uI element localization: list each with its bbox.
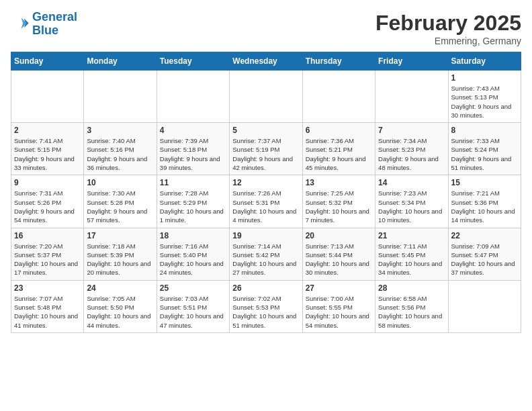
calendar-cell: 21Sunrise: 7:11 AM Sunset: 5:45 PM Dayli… [375, 228, 448, 280]
day-number: 19 [232, 231, 299, 240]
day-info: Sunrise: 7:07 AM Sunset: 5:48 PM Dayligh… [14, 294, 81, 330]
day-info: Sunrise: 7:34 AM Sunset: 5:23 PM Dayligh… [378, 136, 445, 172]
weekday-header-saturday: Saturday [448, 52, 521, 71]
day-info: Sunrise: 7:00 AM Sunset: 5:55 PM Dayligh… [306, 294, 372, 330]
day-number: 8 [451, 126, 518, 135]
weekday-header-sunday: Sunday [11, 52, 84, 71]
calendar-cell [375, 71, 448, 123]
calendar-cell: 15Sunrise: 7:21 AM Sunset: 5:36 PM Dayli… [448, 175, 521, 228]
day-info: Sunrise: 7:39 AM Sunset: 5:18 PM Dayligh… [160, 136, 226, 172]
calendar-cell: 16Sunrise: 7:20 AM Sunset: 5:37 PM Dayli… [11, 228, 84, 280]
day-info: Sunrise: 7:16 AM Sunset: 5:40 PM Dayligh… [160, 242, 226, 277]
page-header: General Blue February 2025 Emmering, Ger… [11, 11, 521, 46]
logo: General Blue [11, 11, 77, 38]
calendar-cell [84, 71, 157, 123]
calendar-cell: 11Sunrise: 7:28 AM Sunset: 5:29 PM Dayli… [157, 175, 229, 228]
day-number: 17 [87, 231, 153, 240]
logo-icon [11, 15, 30, 34]
day-number: 2 [14, 126, 81, 135]
day-number: 14 [378, 178, 445, 187]
calendar-cell: 5Sunrise: 7:37 AM Sunset: 5:19 PM Daylig… [230, 123, 302, 175]
calendar-cell: 1Sunrise: 7:43 AM Sunset: 5:13 PM Daylig… [448, 71, 521, 123]
day-number: 13 [306, 178, 372, 187]
day-number: 27 [306, 283, 372, 293]
calendar-cell: 22Sunrise: 7:09 AM Sunset: 5:47 PM Dayli… [448, 228, 521, 280]
calendar-cell [11, 71, 84, 123]
day-info: Sunrise: 6:58 AM Sunset: 5:56 PM Dayligh… [378, 294, 445, 330]
week-row-3: 9Sunrise: 7:31 AM Sunset: 5:26 PM Daylig… [11, 175, 521, 228]
day-info: Sunrise: 7:26 AM Sunset: 5:31 PM Dayligh… [232, 189, 299, 224]
calendar-cell: 28Sunrise: 6:58 AM Sunset: 5:56 PM Dayli… [375, 280, 448, 332]
calendar-cell: 13Sunrise: 7:25 AM Sunset: 5:32 PM Dayli… [302, 175, 375, 228]
calendar-cell: 9Sunrise: 7:31 AM Sunset: 5:26 PM Daylig… [11, 175, 84, 228]
day-info: Sunrise: 7:14 AM Sunset: 5:42 PM Dayligh… [232, 242, 299, 277]
day-info: Sunrise: 7:21 AM Sunset: 5:36 PM Dayligh… [451, 189, 518, 224]
day-info: Sunrise: 7:40 AM Sunset: 5:16 PM Dayligh… [87, 136, 153, 172]
week-row-1: 1Sunrise: 7:43 AM Sunset: 5:13 PM Daylig… [11, 71, 521, 123]
weekday-header-tuesday: Tuesday [157, 52, 229, 71]
day-info: Sunrise: 7:33 AM Sunset: 5:24 PM Dayligh… [451, 136, 518, 172]
day-number: 6 [306, 126, 372, 135]
day-number: 5 [232, 126, 299, 135]
day-number: 15 [451, 178, 518, 187]
calendar-cell: 27Sunrise: 7:00 AM Sunset: 5:55 PM Dayli… [302, 280, 375, 332]
day-number: 22 [451, 231, 518, 240]
day-number: 16 [14, 231, 81, 240]
week-row-2: 2Sunrise: 7:41 AM Sunset: 5:15 PM Daylig… [11, 123, 521, 175]
day-number: 12 [232, 178, 299, 187]
calendar-cell [302, 71, 375, 123]
day-info: Sunrise: 7:28 AM Sunset: 5:29 PM Dayligh… [160, 189, 226, 224]
day-info: Sunrise: 7:09 AM Sunset: 5:47 PM Dayligh… [451, 242, 518, 277]
day-info: Sunrise: 7:30 AM Sunset: 5:28 PM Dayligh… [87, 189, 153, 224]
day-number: 21 [378, 231, 445, 240]
day-number: 25 [160, 283, 226, 293]
day-info: Sunrise: 7:25 AM Sunset: 5:32 PM Dayligh… [306, 189, 372, 224]
day-info: Sunrise: 7:13 AM Sunset: 5:44 PM Dayligh… [306, 242, 372, 277]
day-info: Sunrise: 7:37 AM Sunset: 5:19 PM Dayligh… [232, 136, 299, 172]
location: Emmering, Germany [375, 36, 521, 46]
day-info: Sunrise: 7:23 AM Sunset: 5:34 PM Dayligh… [378, 189, 445, 224]
day-number: 1 [451, 73, 518, 83]
day-info: Sunrise: 7:36 AM Sunset: 5:21 PM Dayligh… [306, 136, 372, 172]
logo-general: General [32, 10, 77, 24]
day-info: Sunrise: 7:43 AM Sunset: 5:13 PM Dayligh… [451, 84, 518, 120]
calendar-cell: 14Sunrise: 7:23 AM Sunset: 5:34 PM Dayli… [375, 175, 448, 228]
title-section: February 2025 Emmering, Germany [375, 11, 521, 46]
weekday-header-friday: Friday [375, 52, 448, 71]
day-number: 4 [160, 126, 226, 135]
day-info: Sunrise: 7:18 AM Sunset: 5:39 PM Dayligh… [87, 242, 153, 277]
calendar-cell: 2Sunrise: 7:41 AM Sunset: 5:15 PM Daylig… [11, 123, 84, 175]
day-info: Sunrise: 7:03 AM Sunset: 5:51 PM Dayligh… [160, 294, 226, 330]
day-number: 20 [306, 231, 372, 240]
day-number: 10 [87, 178, 153, 187]
calendar-cell [157, 71, 229, 123]
calendar-cell: 7Sunrise: 7:34 AM Sunset: 5:23 PM Daylig… [375, 123, 448, 175]
calendar-cell: 20Sunrise: 7:13 AM Sunset: 5:44 PM Dayli… [302, 228, 375, 280]
day-number: 23 [14, 283, 81, 293]
calendar-cell: 24Sunrise: 7:05 AM Sunset: 5:50 PM Dayli… [84, 280, 157, 332]
logo-text: General Blue [32, 11, 77, 38]
day-number: 3 [87, 126, 153, 135]
logo-blue: Blue [32, 24, 58, 37]
day-info: Sunrise: 7:05 AM Sunset: 5:50 PM Dayligh… [87, 294, 153, 330]
day-info: Sunrise: 7:41 AM Sunset: 5:15 PM Dayligh… [14, 136, 81, 172]
calendar-cell: 26Sunrise: 7:02 AM Sunset: 5:53 PM Dayli… [230, 280, 302, 332]
weekday-header-wednesday: Wednesday [230, 52, 302, 71]
day-number: 11 [160, 178, 226, 187]
day-info: Sunrise: 7:11 AM Sunset: 5:45 PM Dayligh… [378, 242, 445, 277]
calendar: SundayMondayTuesdayWednesdayThursdayFrid… [11, 52, 521, 333]
day-number: 18 [160, 231, 226, 240]
calendar-cell: 25Sunrise: 7:03 AM Sunset: 5:51 PM Dayli… [157, 280, 229, 332]
calendar-cell: 12Sunrise: 7:26 AM Sunset: 5:31 PM Dayli… [230, 175, 302, 228]
calendar-cell: 23Sunrise: 7:07 AM Sunset: 5:48 PM Dayli… [11, 280, 84, 332]
day-info: Sunrise: 7:31 AM Sunset: 5:26 PM Dayligh… [14, 189, 81, 224]
calendar-cell: 6Sunrise: 7:36 AM Sunset: 5:21 PM Daylig… [302, 123, 375, 175]
month-year: February 2025 [375, 11, 521, 36]
week-row-4: 16Sunrise: 7:20 AM Sunset: 5:37 PM Dayli… [11, 228, 521, 280]
weekday-header-row: SundayMondayTuesdayWednesdayThursdayFrid… [11, 52, 521, 71]
calendar-cell: 18Sunrise: 7:16 AM Sunset: 5:40 PM Dayli… [157, 228, 229, 280]
day-info: Sunrise: 7:02 AM Sunset: 5:53 PM Dayligh… [232, 294, 299, 330]
day-number: 28 [378, 283, 445, 293]
day-number: 9 [14, 178, 81, 187]
week-row-5: 23Sunrise: 7:07 AM Sunset: 5:48 PM Dayli… [11, 280, 521, 332]
